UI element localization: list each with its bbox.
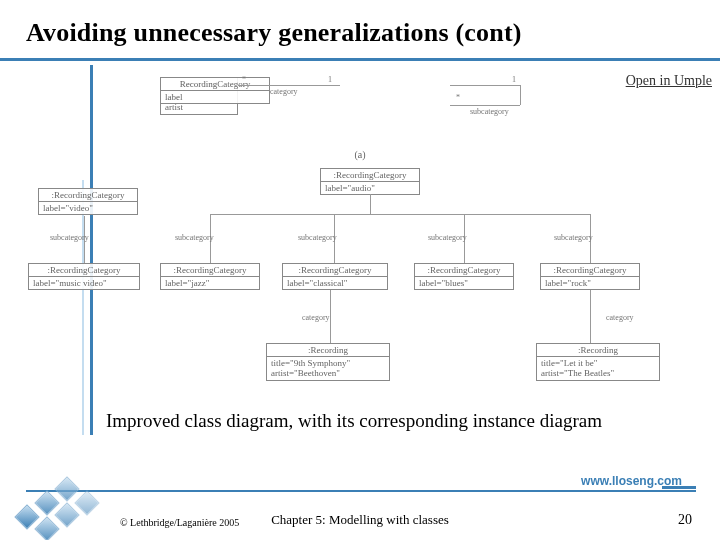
page-title: Avoiding unnecessary generalizations (co… <box>0 0 720 61</box>
class-diagram-a: Recording title artist RecordingCategory… <box>160 77 560 147</box>
instance-musicvideo: :RecordingCategory label="music video" <box>28 263 140 290</box>
caption-a: (a) <box>0 149 720 160</box>
corner-decoration <box>8 480 98 540</box>
instance-classical: :RecordingCategory label="classical" <box>282 263 388 290</box>
slide-description: Improved class diagram, with its corresp… <box>0 403 720 433</box>
instance-jazz: :RecordingCategory label="jazz" <box>160 263 260 290</box>
instance-blues: :RecordingCategory label="blues" <box>414 263 514 290</box>
instance-audio: :RecordingCategory label="audio" <box>320 168 420 195</box>
chapter-label: Chapter 5: Modelling with classes <box>0 512 720 528</box>
slide-content: Open in Umple Recording title artist Rec… <box>0 61 720 433</box>
instance-diagram-b: :RecordingCategory label="video" :Record… <box>20 168 700 403</box>
instance-rock: :RecordingCategory label="rock" <box>540 263 640 290</box>
instance-recording-letitbe: :Recording title="Let it be" artist="The… <box>536 343 660 381</box>
instance-video: :RecordingCategory label="video" <box>38 188 138 215</box>
instance-recording-9th: :Recording title="9th Symphony" artist="… <box>266 343 390 381</box>
open-in-umple-link[interactable]: Open in Umple <box>626 73 712 89</box>
uml-class-recordingcategory: RecordingCategory label <box>160 77 270 104</box>
page-number: 20 <box>678 512 692 528</box>
slide-footer: www.lloseng.com © Lethbridge/Laganière 2… <box>0 496 720 530</box>
